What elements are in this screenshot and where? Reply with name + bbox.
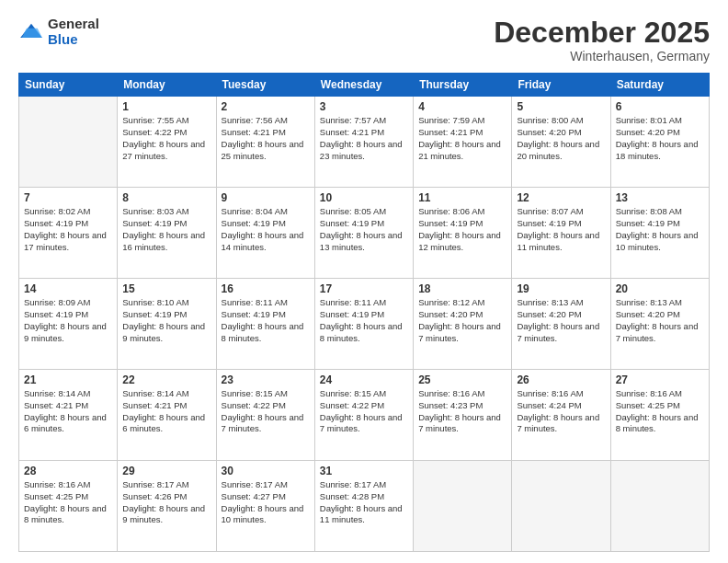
day-number: 11 [418, 191, 506, 204]
day-cell: 2Sunrise: 7:56 AM Sunset: 4:21 PM Daylig… [216, 97, 314, 188]
day-number: 30 [222, 465, 310, 477]
day-cell: 11Sunrise: 8:06 AM Sunset: 4:19 PM Dayli… [414, 188, 512, 279]
day-cell: 9Sunrise: 8:04 AM Sunset: 4:19 PM Daylig… [216, 188, 314, 279]
day-info: Sunrise: 8:04 AM Sunset: 4:19 PM Dayligh… [222, 206, 310, 253]
day-info: Sunrise: 8:09 AM Sunset: 4:19 PM Dayligh… [24, 297, 112, 344]
day-cell: 6Sunrise: 8:01 AM Sunset: 4:20 PM Daylig… [610, 97, 709, 188]
day-info: Sunrise: 8:11 AM Sunset: 4:19 PM Dayligh… [320, 297, 408, 344]
day-cell: 25Sunrise: 8:16 AM Sunset: 4:23 PM Dayli… [414, 370, 512, 461]
day-number: 13 [616, 191, 704, 204]
day-cell: 26Sunrise: 8:16 AM Sunset: 4:24 PM Dayli… [512, 370, 610, 461]
day-info: Sunrise: 8:15 AM Sunset: 4:22 PM Dayligh… [320, 388, 408, 435]
week-row-2: 14Sunrise: 8:09 AM Sunset: 4:19 PM Dayli… [19, 279, 710, 370]
day-cell [610, 461, 709, 552]
day-info: Sunrise: 8:15 AM Sunset: 4:22 PM Dayligh… [222, 388, 310, 435]
day-cell: 21Sunrise: 8:14 AM Sunset: 4:21 PM Dayli… [19, 370, 118, 461]
day-header-friday: Friday [512, 74, 610, 97]
day-number: 16 [222, 282, 310, 295]
day-number: 1 [122, 100, 210, 113]
day-cell [512, 461, 610, 552]
day-info: Sunrise: 8:06 AM Sunset: 4:19 PM Dayligh… [418, 206, 506, 253]
day-info: Sunrise: 8:01 AM Sunset: 4:20 PM Dayligh… [616, 115, 704, 162]
day-info: Sunrise: 8:14 AM Sunset: 4:21 PM Dayligh… [122, 388, 210, 435]
day-number: 29 [122, 465, 210, 477]
day-header-sunday: Sunday [19, 74, 118, 97]
day-info: Sunrise: 8:16 AM Sunset: 4:25 PM Dayligh… [616, 388, 704, 435]
day-info: Sunrise: 8:13 AM Sunset: 4:20 PM Dayligh… [517, 297, 605, 344]
day-cell: 23Sunrise: 8:15 AM Sunset: 4:22 PM Dayli… [216, 370, 314, 461]
day-info: Sunrise: 7:56 AM Sunset: 4:21 PM Dayligh… [222, 115, 310, 162]
calendar: SundayMondayTuesdayWednesdayThursdayFrid… [18, 73, 710, 552]
day-info: Sunrise: 7:55 AM Sunset: 4:22 PM Dayligh… [122, 115, 210, 162]
day-info: Sunrise: 8:07 AM Sunset: 4:19 PM Dayligh… [517, 206, 605, 253]
day-info: Sunrise: 8:16 AM Sunset: 4:23 PM Dayligh… [418, 388, 506, 435]
calendar-header: SundayMondayTuesdayWednesdayThursdayFrid… [19, 74, 710, 97]
day-cell: 8Sunrise: 8:03 AM Sunset: 4:19 PM Daylig… [118, 188, 216, 279]
week-row-0: 1Sunrise: 7:55 AM Sunset: 4:22 PM Daylig… [19, 97, 710, 188]
week-row-3: 21Sunrise: 8:14 AM Sunset: 4:21 PM Dayli… [19, 370, 710, 461]
day-number: 28 [24, 465, 112, 477]
day-info: Sunrise: 8:00 AM Sunset: 4:20 PM Dayligh… [517, 115, 605, 162]
day-info: Sunrise: 8:17 AM Sunset: 4:26 PM Dayligh… [122, 479, 210, 526]
day-cell: 30Sunrise: 8:17 AM Sunset: 4:27 PM Dayli… [216, 461, 314, 552]
day-info: Sunrise: 8:12 AM Sunset: 4:20 PM Dayligh… [418, 297, 506, 344]
day-number: 8 [122, 191, 210, 204]
header-row: SundayMondayTuesdayWednesdayThursdayFrid… [19, 74, 710, 97]
day-info: Sunrise: 8:17 AM Sunset: 4:27 PM Dayligh… [222, 479, 310, 526]
day-number: 15 [122, 282, 210, 295]
day-number: 25 [418, 373, 506, 386]
week-row-4: 28Sunrise: 8:16 AM Sunset: 4:25 PM Dayli… [19, 461, 710, 552]
day-number: 20 [616, 282, 704, 295]
day-number: 21 [24, 373, 112, 386]
day-info: Sunrise: 7:57 AM Sunset: 4:21 PM Dayligh… [320, 115, 408, 162]
logo-icon [18, 22, 44, 42]
day-number: 4 [418, 100, 506, 113]
calendar-body: 1Sunrise: 7:55 AM Sunset: 4:22 PM Daylig… [19, 97, 710, 552]
day-header-tuesday: Tuesday [216, 74, 314, 97]
day-cell: 5Sunrise: 8:00 AM Sunset: 4:20 PM Daylig… [512, 97, 610, 188]
day-number: 3 [320, 100, 408, 113]
day-cell: 31Sunrise: 8:17 AM Sunset: 4:28 PM Dayli… [314, 461, 413, 552]
day-number: 7 [24, 191, 112, 204]
day-info: Sunrise: 8:11 AM Sunset: 4:19 PM Dayligh… [222, 297, 310, 344]
day-cell: 4Sunrise: 7:59 AM Sunset: 4:21 PM Daylig… [414, 97, 512, 188]
day-cell: 13Sunrise: 8:08 AM Sunset: 4:19 PM Dayli… [610, 188, 709, 279]
day-cell: 7Sunrise: 8:02 AM Sunset: 4:19 PM Daylig… [19, 188, 118, 279]
day-info: Sunrise: 8:08 AM Sunset: 4:19 PM Dayligh… [616, 206, 704, 253]
day-cell: 1Sunrise: 7:55 AM Sunset: 4:22 PM Daylig… [118, 97, 216, 188]
location: Winterhausen, Germany [494, 49, 710, 63]
day-number: 14 [24, 282, 112, 295]
day-info: Sunrise: 8:16 AM Sunset: 4:24 PM Dayligh… [517, 388, 605, 435]
day-header-saturday: Saturday [610, 74, 709, 97]
day-number: 27 [616, 373, 704, 386]
day-cell: 16Sunrise: 8:11 AM Sunset: 4:19 PM Dayli… [216, 279, 314, 370]
day-number: 6 [616, 100, 704, 113]
day-number: 5 [517, 100, 605, 113]
day-cell: 3Sunrise: 7:57 AM Sunset: 4:21 PM Daylig… [314, 97, 413, 188]
day-info: Sunrise: 8:05 AM Sunset: 4:19 PM Dayligh… [320, 206, 408, 253]
day-number: 23 [222, 373, 310, 386]
day-cell: 19Sunrise: 8:13 AM Sunset: 4:20 PM Dayli… [512, 279, 610, 370]
day-cell [19, 97, 118, 188]
page: General Blue December 2025 Winterhausen,… [0, 0, 728, 563]
day-cell: 29Sunrise: 8:17 AM Sunset: 4:26 PM Dayli… [118, 461, 216, 552]
day-cell: 17Sunrise: 8:11 AM Sunset: 4:19 PM Dayli… [314, 279, 413, 370]
day-info: Sunrise: 8:03 AM Sunset: 4:19 PM Dayligh… [122, 206, 210, 253]
day-number: 24 [320, 373, 408, 386]
day-header-wednesday: Wednesday [314, 74, 413, 97]
day-cell: 27Sunrise: 8:16 AM Sunset: 4:25 PM Dayli… [610, 370, 709, 461]
day-number: 10 [320, 191, 408, 204]
day-number: 19 [517, 282, 605, 295]
day-number: 31 [320, 465, 408, 477]
title-section: December 2025 Winterhausen, Germany [494, 17, 710, 63]
day-number: 18 [418, 282, 506, 295]
day-cell: 28Sunrise: 8:16 AM Sunset: 4:25 PM Dayli… [19, 461, 118, 552]
week-row-1: 7Sunrise: 8:02 AM Sunset: 4:19 PM Daylig… [19, 188, 710, 279]
day-cell [414, 461, 512, 552]
day-number: 12 [517, 191, 605, 204]
day-number: 9 [222, 191, 310, 204]
logo-general: General [48, 17, 99, 32]
logo-blue: Blue [48, 32, 99, 48]
day-number: 2 [222, 100, 310, 113]
day-cell: 22Sunrise: 8:14 AM Sunset: 4:21 PM Dayli… [118, 370, 216, 461]
